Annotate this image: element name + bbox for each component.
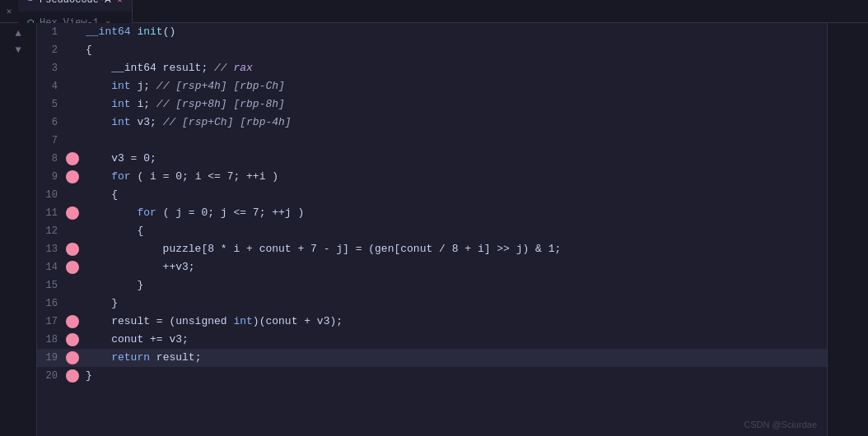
code-row-9: 9 for ( i = 0; i <= 7; ++i ) [37, 168, 827, 186]
code-row-2: 2{ [37, 41, 827, 59]
code-row-10: 10 { [37, 186, 827, 204]
line-num-1: 1 [37, 23, 66, 41]
code-content-13: puzzle[8 * i + conut + 7 - j] = (gen[con… [82, 240, 827, 258]
code-row-15: 15 } [37, 276, 827, 295]
code-content-11: for ( j = 0; j <= 7; ++j ) [82, 204, 827, 222]
code-content-15: } [82, 276, 827, 295]
code-content-6: int v3; // [rsp+Ch] [rbp-4h] [82, 114, 827, 132]
token [86, 351, 111, 364]
line-num-13: 13 [37, 240, 66, 258]
breakpoint-17[interactable] [66, 315, 79, 328]
token: int [111, 80, 130, 92]
code-content-14: ++v3; [82, 258, 827, 276]
token: init [137, 26, 162, 38]
code-content-12: { [82, 222, 827, 240]
code-row-3: 3 __int64 result; // rax [37, 59, 827, 77]
token: result; [150, 351, 201, 364]
token: int [233, 315, 252, 327]
token: // [rsp+Ch] [rbp-4h] [163, 116, 292, 128]
token: // [rsp+8h] [rbp-8h] [156, 98, 285, 110]
token: )(conut + v3); [253, 315, 343, 327]
line-num-20: 20 [37, 367, 66, 385]
token: for [111, 170, 130, 183]
token: { [86, 44, 92, 56]
code-content-17: result = (unsigned int)(conut + v3); [82, 313, 827, 331]
line-num-14: 14 [37, 258, 66, 276]
no-breakpoint-10 [66, 188, 79, 202]
breakpoint-14[interactable] [66, 261, 79, 274]
tab-label-pseudocode-a: Pseudocode-A [40, 0, 110, 6]
token: } [86, 297, 118, 309]
breakpoint-18[interactable] [66, 333, 79, 346]
token: () [163, 26, 176, 38]
line-num-10: 10 [37, 186, 66, 204]
token: // [214, 62, 233, 74]
code-area[interactable]: 1__int64 init()2{3 __int64 result; // ra… [37, 23, 827, 436]
code-content-4: int j; // [rsp+4h] [rbp-Ch] [82, 77, 827, 95]
sidebar-down-arrow[interactable]: ▼ [11, 43, 26, 58]
token: { [86, 225, 143, 237]
breakpoint-11[interactable] [66, 206, 79, 220]
token: // [rsp+4h] [rbp-Ch] [156, 80, 285, 92]
no-breakpoint-1 [66, 26, 79, 39]
breakpoint-19[interactable] [66, 351, 79, 364]
code-row-6: 6 int v3; // [rsp+Ch] [rbp-4h] [37, 114, 827, 132]
code-row-16: 16 } [37, 295, 827, 313]
code-lines: 1__int64 init()2{3 __int64 result; // ra… [37, 23, 827, 385]
line-num-3: 3 [37, 59, 66, 77]
token: return [111, 351, 150, 364]
left-sidebar: ▲ ▼ [0, 23, 37, 436]
no-breakpoint-5 [66, 98, 79, 111]
code-row-4: 4 int j; // [rsp+4h] [rbp-Ch] [37, 77, 827, 95]
token: ++v3; [86, 261, 195, 273]
no-breakpoint-12 [66, 225, 79, 238]
token: int [111, 98, 130, 110]
code-content-1: __int64 init() [82, 23, 827, 41]
line-num-12: 12 [37, 222, 66, 240]
token: rax [233, 62, 252, 74]
no-breakpoint-16 [66, 297, 79, 310]
line-num-7: 7 [37, 132, 66, 150]
token: } [86, 369, 92, 382]
code-row-14: 14 ++v3; [37, 258, 827, 276]
line-num-6: 6 [37, 114, 66, 132]
token: __int64 [86, 26, 137, 38]
code-row-18: 18 conut += v3; [37, 331, 827, 349]
line-num-17: 17 [37, 313, 66, 331]
token: ( i = 0; i <= 7; ++i ) [131, 170, 278, 183]
no-breakpoint-3 [66, 62, 79, 75]
line-num-5: 5 [37, 95, 66, 114]
line-num-4: 4 [37, 77, 66, 95]
breakpoint-8[interactable] [66, 152, 79, 165]
breakpoint-9[interactable] [66, 170, 79, 183]
no-breakpoint-4 [66, 80, 79, 93]
tab-pseudocode-a[interactable]: ≡Pseudocode-A✕ [18, 0, 133, 12]
code-content-16: } [82, 295, 827, 313]
code-content-18: conut += v3; [82, 331, 827, 349]
code-content-3: __int64 result; // rax [82, 59, 827, 77]
sidebar-up-arrow[interactable]: ▲ [11, 26, 26, 41]
code-row-19: 19 return result; [37, 349, 827, 367]
token: puzzle[8 * i + conut + 7 - j] = (gen[con… [86, 243, 561, 255]
code-content-7 [82, 132, 827, 150]
line-num-9: 9 [37, 168, 66, 186]
code-content-5: int i; // [rsp+8h] [rbp-8h] [82, 95, 827, 114]
breakpoint-20[interactable] [66, 369, 79, 383]
code-row-1: 1__int64 init() [37, 23, 827, 41]
token: result = (unsigned [86, 315, 233, 327]
token: i; [131, 98, 156, 110]
window-close-btn[interactable]: ✕ [0, 2, 18, 21]
tab-close-pseudocode-a[interactable]: ✕ [114, 0, 125, 6]
app-window: ✕ ☰IDA View-A✕≡Pseudocode-A✕⬡Hex View-1✕… [0, 0, 868, 436]
code-content-19: return result; [82, 349, 827, 367]
token: for [137, 206, 156, 219]
line-num-2: 2 [37, 41, 66, 59]
token [86, 170, 111, 183]
code-row-17: 17 result = (unsigned int)(conut + v3); [37, 313, 827, 331]
breakpoint-13[interactable] [66, 243, 79, 256]
line-num-15: 15 [37, 276, 66, 295]
token: ( j = 0; j <= 7; ++j ) [156, 206, 304, 219]
code-row-12: 12 { [37, 222, 827, 240]
line-num-8: 8 [37, 150, 66, 168]
code-row-11: 11 for ( j = 0; j <= 7; ++j ) [37, 204, 827, 222]
